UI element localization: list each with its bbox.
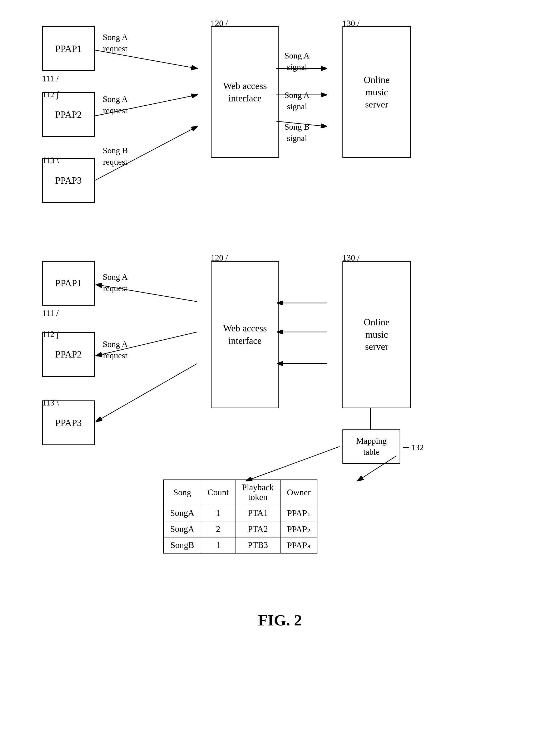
ref-132: ─ 132 [403,443,424,452]
ref-130-bot: 130 / [342,253,360,263]
ref-120-bot: 120 / [211,253,228,263]
svg-line-16 [246,447,339,481]
online-music-box-bot: Online music server [342,261,411,408]
arrow-label-song-a-ret-1: Song Arequest [103,271,128,294]
arrow-label-song-a-ret-2: Song Arequest [103,339,128,361]
diagram-2: PPAP1 111 / PPAP2 112 ∫ PPAP3 113 \ Web … [21,250,539,606]
ref-113-top: 113 \ [42,155,59,165]
mapping-table-box: Mapping table [342,430,400,464]
online-music-box-top: Online music server [342,26,411,158]
arrows-top [21,16,539,216]
fig-label: FIG. 2 [21,611,539,629]
table-row: SongB 1 PTB3 PPAP₃ [163,537,317,553]
ref-112-top: 112 ∫ [42,89,59,99]
ref-111-bot: 111 / [42,308,59,318]
svg-line-14 [96,364,197,421]
arrow-label-song-a-req-2: Song Arequest [103,94,128,116]
ref-120-top: 120 / [211,18,228,28]
col-count: Count [201,480,235,505]
arrow-label-song-b-req: Song Brequest [103,145,128,168]
arrow-label-song-b-sig: Song Bsignal [285,121,309,144]
table-row: SongA 2 PTA2 PPAP₂ [163,521,317,537]
arrow-label-song-a-sig-1: Song Asignal [285,50,309,73]
diagram-1: PPAP1 111 / PPAP2 112 ∫ PPAP3 113 \ Web … [21,16,539,216]
arrow-label-song-a-sig-2: Song Asignal [285,89,309,112]
col-playback: Playbacktoken [235,480,280,505]
col-song: Song [163,480,201,505]
web-access-box-top: Web access interface [211,26,279,158]
arrow-label-song-a-req-1: Song Arequest [103,32,128,54]
ref-130-top: 130 / [342,18,360,28]
col-owner: Owner [280,480,317,505]
web-access-box-bot: Web access interface [211,261,279,408]
ref-113-bot: 113 \ [42,398,59,408]
ppap1-box: PPAP1 [42,26,95,71]
page: PPAP1 111 / PPAP2 112 ∫ PPAP3 113 \ Web … [0,0,560,744]
ref-112-bot: 112 ∫ [42,329,59,339]
ppap1-box-bot: PPAP1 [42,261,95,306]
ref-111-top: 111 / [42,74,59,83]
table-row: SongA 1 PTA1 PPAP₁ [163,505,317,521]
data-table: Song Count Playbacktoken Owner SongA 1 P… [163,480,318,554]
